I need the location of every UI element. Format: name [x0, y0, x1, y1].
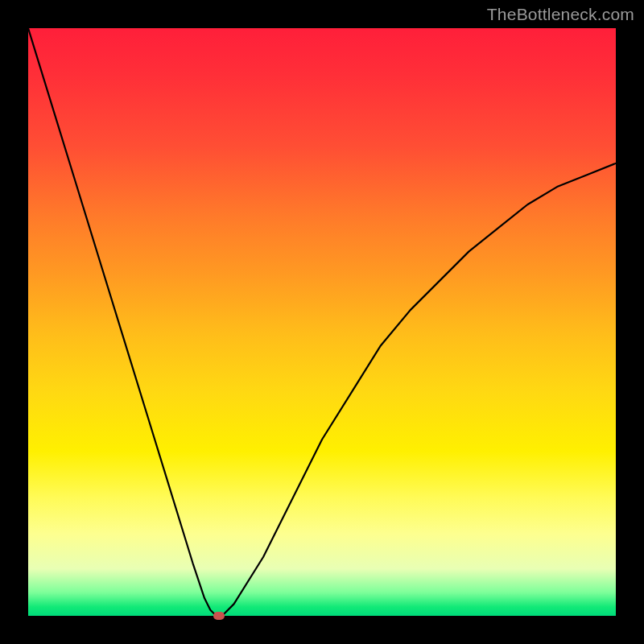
bottleneck-curve	[28, 28, 616, 616]
chart-frame: TheBottleneck.com	[0, 0, 644, 644]
watermark-text: TheBottleneck.com	[487, 5, 634, 24]
plot-area	[28, 28, 616, 616]
optimum-marker	[213, 612, 225, 620]
